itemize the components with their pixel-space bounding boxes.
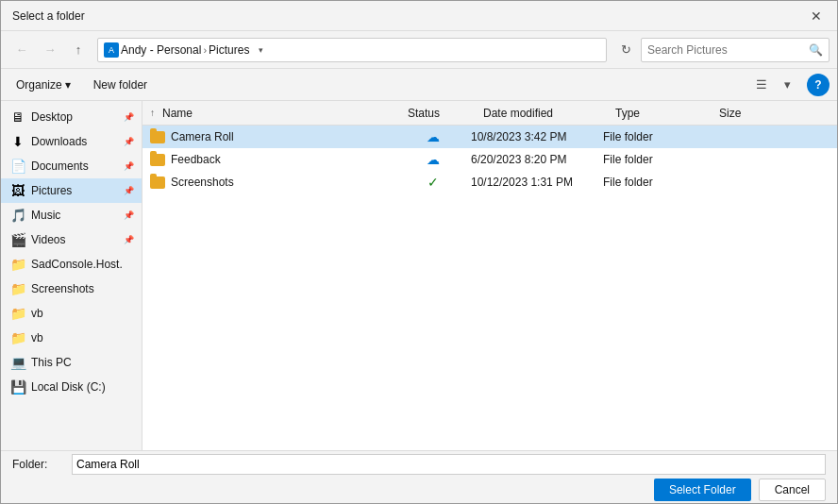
sidebar-item-vb1[interactable]: 📁vb [1, 301, 142, 326]
sidebar: 🖥Desktop📌⬇Downloads📌📄Documents📌🖼Pictures… [1, 101, 142, 450]
vb2-icon: 📁 [10, 330, 25, 345]
sidebar-item-localdisk[interactable]: 💾Local Disk (C:) [1, 375, 142, 399]
search-box[interactable]: 🔍 [641, 38, 830, 62]
file-type: File folder [603, 130, 707, 143]
back-button[interactable]: ← [8, 37, 35, 63]
col-header-type[interactable]: Type [612, 101, 715, 125]
pin-icon-documents: 📌 [124, 161, 134, 171]
file-status: ✓ [395, 175, 471, 190]
cancel-button[interactable]: Cancel [759, 479, 826, 501]
file-area: ↑ Name Status Date modified Type Size Ca… [142, 101, 837, 450]
table-row[interactable]: Camera Roll☁10/8/2023 3:42 PMFile folder [142, 126, 837, 148]
col-header-size[interactable]: Size [715, 101, 791, 125]
folder-row: Folder: [1, 451, 837, 478]
documents-icon: 📄 [10, 159, 25, 174]
col-header-date[interactable]: Date modified [479, 101, 612, 125]
screenshots-icon: 📁 [10, 281, 25, 296]
sidebar-item-vb2[interactable]: 📁vb [1, 326, 142, 350]
vb1-icon: 📁 [10, 306, 25, 321]
search-input[interactable] [647, 43, 805, 57]
videos-icon: 🎬 [10, 232, 25, 247]
sidebar-item-documents[interactable]: 📄Documents📌 [1, 154, 142, 178]
sidebar-item-label-videos: Videos [31, 233, 118, 246]
sidebar-item-label-localdisk: Local Disk (C:) [31, 380, 134, 394]
sidebar-item-pictures[interactable]: 🖼Pictures📌 [1, 178, 142, 203]
sidebar-item-label-thispc: This PC [31, 356, 134, 369]
music-icon: 🎵 [10, 208, 25, 223]
sidebar-item-label-desktop: Desktop [31, 110, 118, 124]
footer: Folder: Select Folder Cancel [1, 450, 837, 503]
pin-icon-pictures: 📌 [124, 186, 134, 195]
sidebar-item-thispc[interactable]: 💻This PC [1, 350, 142, 375]
breadcrumb[interactable]: A Andy - Personal › Pictures ▾ [97, 38, 607, 62]
sidebar-item-screenshots[interactable]: 📁Screenshots [1, 277, 142, 301]
sidebar-item-label-vb1: vb [31, 307, 134, 320]
desktop-icon: 🖥 [10, 109, 25, 125]
col-header-name[interactable]: Name [159, 101, 404, 125]
view-icon: ☰ [756, 77, 767, 92]
view-buttons: ☰ ▾ [749, 73, 799, 97]
folder-icon [150, 154, 165, 166]
sidebar-item-downloads[interactable]: ⬇Downloads📌 [1, 129, 142, 154]
select-folder-button[interactable]: Select Folder [654, 479, 751, 501]
view-list-button[interactable]: ☰ [749, 73, 774, 97]
organize-button[interactable]: Organize ▾ [8, 74, 78, 96]
file-date: 10/12/2023 1:31 PM [471, 176, 603, 189]
table-row[interactable]: Screenshots✓10/12/2023 1:31 PMFile folde… [142, 171, 837, 193]
sidebar-item-label-music: Music [31, 209, 118, 222]
refresh-button[interactable]: ↻ [612, 37, 639, 63]
sidebar-item-videos[interactable]: 🎬Videos📌 [1, 227, 142, 252]
file-date: 10/8/2023 3:42 PM [471, 130, 603, 143]
file-status: ☁ [395, 152, 471, 167]
help-button[interactable]: ? [807, 74, 830, 96]
thispc-icon: 💻 [10, 355, 25, 370]
pin-icon-downloads: 📌 [124, 137, 134, 146]
search-icon: 🔍 [809, 43, 823, 57]
title-bar: Select a folder ✕ [1, 1, 837, 31]
view-dropdown-button[interactable]: ▾ [775, 73, 799, 97]
sidebar-item-label-screenshots: Screenshots [31, 282, 134, 295]
sidebar-item-music[interactable]: 🎵Music📌 [1, 203, 142, 227]
file-type: File folder [603, 176, 707, 189]
sidebar-item-label-downloads: Downloads [31, 135, 118, 148]
pictures-icon: 🖼 [10, 183, 25, 198]
toolbar: ← → ↑ A Andy - Personal › Pictures ▾ ↻ 🔍 [1, 31, 837, 69]
file-type: File folder [603, 153, 707, 166]
breadcrumb-sep-1: › [203, 44, 207, 56]
breadcrumb-app-icon: A [104, 42, 119, 58]
folder-input[interactable] [72, 454, 826, 475]
organize-label: Organize [16, 78, 62, 92]
breadcrumb-part-2: Pictures [209, 43, 249, 57]
sidebar-item-label-sadconsole: SadConsole.Host. [31, 258, 134, 271]
file-list: Camera Roll☁10/8/2023 3:42 PMFile folder… [142, 126, 837, 450]
table-row[interactable]: Feedback☁6/20/2023 8:20 PMFile folder [142, 148, 837, 171]
breadcrumb-icon-letter: A [109, 45, 114, 55]
file-name: Camera Roll [171, 130, 234, 143]
file-date: 6/20/2023 8:20 PM [471, 153, 603, 166]
file-list-header: ↑ Name Status Date modified Type Size [142, 101, 837, 126]
dialog: Select a folder ✕ ← → ↑ A Andy - Persona… [0, 0, 838, 504]
up-button[interactable]: ↑ [65, 37, 92, 63]
new-folder-button[interactable]: New folder [86, 74, 155, 96]
organize-arrow: ▾ [65, 78, 71, 92]
sidebar-item-desktop[interactable]: 🖥Desktop📌 [1, 105, 142, 129]
breadcrumb-dropdown-button[interactable]: ▾ [251, 40, 270, 60]
forward-button[interactable]: → [37, 37, 63, 63]
breadcrumb-parts: Andy - Personal › Pictures [121, 43, 249, 57]
button-row: Select Folder Cancel [1, 478, 837, 504]
downloads-icon: ⬇ [10, 134, 25, 149]
file-status: ☁ [395, 129, 471, 144]
sidebar-item-sadconsole[interactable]: 📁SadConsole.Host. [1, 252, 142, 277]
dialog-title: Select a folder [12, 9, 85, 23]
file-name: Feedback [171, 153, 221, 166]
col-header-status[interactable]: Status [404, 101, 479, 125]
action-bar: Organize ▾ New folder ☰ ▾ ? [1, 69, 837, 101]
localdisk-icon: 💾 [10, 379, 25, 395]
folder-label: Folder: [12, 458, 64, 471]
sidebar-item-label-vb2: vb [31, 331, 134, 344]
file-name: Screenshots [171, 176, 234, 189]
sadconsole-icon: 📁 [10, 257, 25, 272]
sort-arrow: ↑ [150, 108, 155, 118]
pin-icon-videos: 📌 [124, 235, 134, 244]
close-button[interactable]: ✕ [803, 3, 830, 29]
